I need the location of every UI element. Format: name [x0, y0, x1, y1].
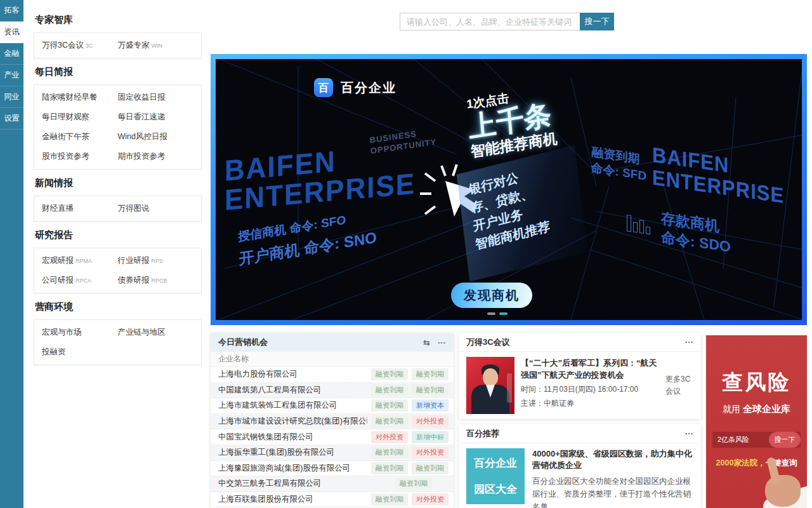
- link-3c-meeting[interactable]: 万得3C会议3C: [42, 36, 118, 55]
- link-bond-report[interactable]: 债券研报RPCB: [118, 271, 194, 290]
- link-lujiazui[interactable]: 陆家嘴财经早餐: [42, 88, 118, 107]
- link-licai[interactable]: 每日理财观察: [42, 107, 118, 127]
- recommend-body[interactable]: 百分企业 园区大全 40000+国家级、省级园区数据，助力集中化营销优质企业 百…: [459, 443, 701, 508]
- table-row[interactable]: 中国宝武钢铁集团有限公司 对外投资 新增中标: [211, 429, 454, 445]
- section-title-news: 新闻情报: [35, 177, 202, 189]
- meeting-card-title: 万得3C会议: [466, 337, 510, 348]
- section-title-expert: 专家智库: [35, 14, 202, 26]
- status-badge: 融资到期: [412, 462, 449, 474]
- link-chain-region[interactable]: 产业链与地区: [118, 323, 194, 342]
- daily-card: 陆家嘴财经早餐 固定收益日报 每日理财观察 每日香江速递 金融街下午茶 Wind…: [34, 84, 202, 170]
- baifen-logo-icon: 百: [314, 78, 333, 97]
- link-stock-ref[interactable]: 股市投资参考: [42, 147, 118, 166]
- search-bar: 搜一下: [400, 13, 614, 30]
- risk-check-ad-banner[interactable]: 查风险 就用全球企业库 2亿条风险 搜一下 2000家法院，一键查询: [706, 335, 807, 508]
- link-investment[interactable]: 投融资: [42, 342, 118, 362]
- link-jinrongjie[interactable]: 金融街下午茶: [42, 127, 118, 147]
- link-industry-report[interactable]: 行业研报RPS: [118, 251, 194, 271]
- expert-card: 万得3C会议3C 万盛专家WIN: [34, 32, 202, 58]
- table-row[interactable]: 上海市建筑装饰工程集团有限公司 融资到期 新增资本: [211, 398, 454, 414]
- wind-3c-meeting-card: 万得3C会议 ··· 【“二十大”后看军工】系列四：“航天强国”下航天产业的投资…: [459, 333, 701, 419]
- hero-tagline: 1次点击 上千条 智能推荐商机: [466, 83, 558, 161]
- research-card: 宏观研报RPMA 行业研报RPS 公司研报RPCA 债券研报RPCB: [34, 248, 202, 293]
- link-futures-ref[interactable]: 期市投资参考: [118, 147, 194, 166]
- risk-banner-title: 查风险: [706, 368, 807, 397]
- status-badge: 融资到期: [395, 478, 432, 490]
- more-icon[interactable]: ···: [685, 429, 693, 438]
- status-badge: 融资到期: [371, 384, 408, 396]
- risk-search-bar: 2亿条风险 搜一下: [712, 432, 801, 448]
- company-name: 中国建筑第八工程局有限公司: [218, 385, 367, 396]
- table-row[interactable]: 上海百联集团股份有限公司 融资到期 对外投资: [211, 492, 454, 508]
- meeting-card-header: 万得3C会议 ···: [459, 333, 701, 352]
- company-name: 上海豫园旅游商城(集团)股份有限公司: [218, 463, 367, 474]
- link-macro-report[interactable]: 宏观研报RPMA: [42, 251, 118, 271]
- link-wansheng-expert[interactable]: 万盛专家WIN: [118, 36, 194, 55]
- company-name: 上海振华重工(集团)股份有限公司: [218, 447, 367, 458]
- nav-item-tuoke[interactable]: 拓客: [0, 0, 23, 22]
- risk-search-button[interactable]: 搜一下: [769, 432, 801, 448]
- arrow-icon: →: [530, 217, 540, 230]
- link-macro-market[interactable]: 宏观与市场: [42, 323, 118, 342]
- baifen-logo: 百 百分企业: [314, 78, 396, 97]
- speaker-photo: [466, 357, 514, 414]
- section-title-business-env: 营商环境: [35, 301, 202, 313]
- recommend-description: 百分企业园区大全功能全对全国园区内企业根据行业、资质分类整理，便于打造个性化营销…: [532, 475, 693, 508]
- table-row[interactable]: 中国建筑第八工程局有限公司 融资到期 融资到期: [211, 383, 454, 399]
- nav-item-tongye[interactable]: 同业: [0, 86, 23, 108]
- recommend-headline: 40000+国家级、省级园区数据，助力集中化营销优质企业: [532, 448, 693, 471]
- column-header-company: 企业名称: [211, 352, 454, 367]
- link-live-finance[interactable]: 财经直播: [42, 199, 118, 218]
- status-badge: 融资到期: [371, 493, 408, 505]
- left-nav-rail: 拓客 资讯 金融 产业 同业 设置: [0, 0, 23, 508]
- section-title-daily: 每日简报: [35, 66, 202, 78]
- nav-item-zixun[interactable]: 资讯: [0, 22, 23, 43]
- link-wind-risk-daily[interactable]: Wind风控日报: [118, 127, 194, 147]
- swap-icon[interactable]: ⇆: [423, 338, 430, 347]
- carousel-dots[interactable]: [487, 312, 511, 315]
- table-row[interactable]: 上海市城市建设设计研究总院(集团)有限公司 融资到期 对外投资: [211, 414, 454, 430]
- baifen-logo-text: 百分企业: [341, 79, 396, 97]
- company-name: 上海市建筑装饰工程集团有限公司: [218, 400, 367, 411]
- recommend-card-title: 百分推荐: [466, 428, 499, 439]
- search-input[interactable]: [400, 13, 580, 30]
- marketing-card-title: 今日营销机会: [218, 337, 268, 348]
- status-badge: 融资到期: [412, 368, 449, 380]
- business-env-card: 宏观与市场 产业链与地区 投融资: [34, 319, 202, 365]
- more-icon[interactable]: ···: [685, 337, 693, 347]
- status-badge: 新增中标: [412, 431, 449, 443]
- meeting-body[interactable]: 【“二十大”后看军工】系列四：“航天强国”下航天产业的投资机会 时间：11月03…: [459, 352, 701, 414]
- meeting-speaker: 主讲：中航证券: [521, 398, 660, 409]
- risk-stat-text: 2亿条风险: [712, 435, 769, 444]
- status-badge: 融资到期: [371, 415, 408, 427]
- section-title-research: 研究报告: [35, 229, 202, 241]
- baifen-recommend-card: 百分推荐 ··· 百分企业 园区大全 40000+国家级、省级园区数据，助力集中…: [459, 424, 701, 508]
- status-badge: 对外投资: [412, 493, 449, 505]
- status-badge: 融资到期: [412, 384, 449, 396]
- discover-opportunity-button[interactable]: 发现商机: [451, 283, 532, 308]
- meeting-event-title: 【“二十大”后看军工】系列四：“航天强国”下航天产业的投资机会: [521, 357, 660, 381]
- table-row[interactable]: 中交第三航务工程局有限公司 融资到期: [211, 476, 454, 492]
- link-wind-charts[interactable]: 万得图说: [118, 199, 194, 218]
- more-icon[interactable]: ···: [438, 338, 446, 347]
- nav-item-jinrong[interactable]: 金融: [0, 43, 23, 65]
- search-button[interactable]: 搜一下: [580, 13, 614, 30]
- table-row[interactable]: 上海电力股份有限公司 融资到期 融资到期: [211, 367, 454, 383]
- nav-item-chanye[interactable]: 产业: [0, 65, 23, 86]
- table-row[interactable]: 上海豫园旅游商城(集团)股份有限公司 融资到期 融资到期: [211, 461, 454, 477]
- hero-banner-inner: 百 百分企业 BUSINESS OPPORTUNITY BAIFEN ENTER…: [216, 59, 802, 320]
- hero-banner[interactable]: 百 百分企业 BUSINESS OPPORTUNITY BAIFEN ENTER…: [211, 54, 807, 325]
- more-3c-meetings-link[interactable]: 更多3C会议: [665, 357, 695, 414]
- table-row[interactable]: 上海振华重工(集团)股份有限公司 融资到期 对外投资: [211, 445, 454, 461]
- company-name: 上海百联集团股份有限公司: [218, 494, 367, 505]
- link-company-report[interactable]: 公司研报RPCA: [42, 271, 118, 290]
- status-badge: 对外投资: [412, 415, 449, 427]
- link-fixed-income[interactable]: 固定收益日报: [118, 88, 194, 107]
- status-badge: 融资到期: [371, 399, 408, 411]
- link-xiangjiang[interactable]: 每日香江速递: [118, 107, 194, 127]
- marketing-opportunities-card: 今日营销机会 ⇆ ··· 企业名称 上海电力股份有限公司 融资到期 融资到期 中…: [211, 333, 454, 508]
- marketing-card-header: 今日营销机会 ⇆ ···: [211, 333, 454, 352]
- recommend-card-header: 百分推荐 ···: [459, 424, 701, 443]
- status-badge: 新增资本: [412, 399, 449, 411]
- nav-item-shezhi[interactable]: 设置: [0, 108, 23, 130]
